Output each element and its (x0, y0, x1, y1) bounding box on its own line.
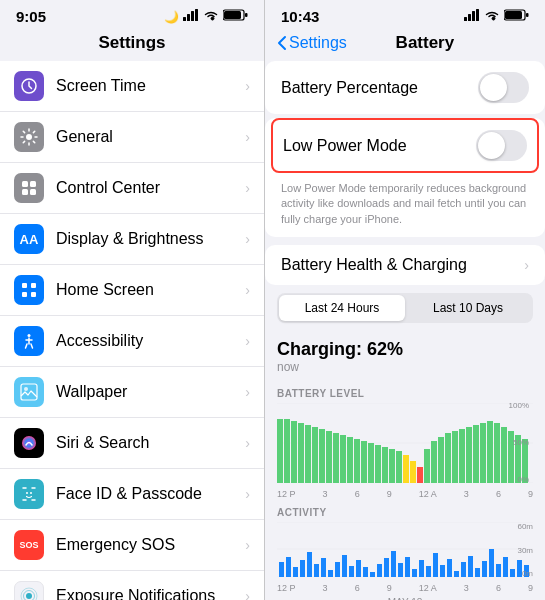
signal-icon (183, 9, 199, 24)
svg-text:0m: 0m (522, 569, 533, 577)
left-status-bar: 9:05 🌙 (0, 0, 264, 29)
svg-rect-40 (284, 419, 290, 483)
sidebar-item-wallpaper[interactable]: Wallpaper › (0, 367, 264, 418)
display-icon: AA (14, 224, 44, 254)
svg-rect-91 (349, 566, 354, 577)
right-wifi-icon (484, 9, 500, 24)
svg-point-8 (26, 134, 32, 140)
battery-level-chart: 100% 50% 0% (277, 403, 533, 483)
svg-rect-49 (347, 437, 353, 483)
right-page-title: Battery (347, 33, 503, 53)
svg-text:60m: 60m (517, 522, 533, 531)
home-screen-chevron: › (245, 282, 250, 298)
back-button[interactable]: Settings (277, 34, 347, 52)
activity-time-labels: 12 P 3 6 9 12 A 3 6 9 (277, 583, 533, 593)
svg-point-22 (30, 492, 32, 494)
battery-level-label: BATTERY LEVEL (277, 388, 533, 399)
svg-rect-62 (438, 437, 444, 483)
svg-rect-60 (424, 449, 430, 483)
battery-level-chart-wrapper: 100% 50% 0% 12 P 3 6 9 12 A 3 6 9 (277, 403, 533, 499)
sidebar-item-sos[interactable]: SOS Emergency SOS › (0, 520, 264, 571)
faceid-icon (14, 479, 44, 509)
svg-rect-35 (526, 13, 529, 17)
sidebar-item-screen-time[interactable]: Screen Time › (0, 61, 264, 112)
low-power-row-inner: Low Power Mode (283, 130, 527, 161)
svg-rect-43 (305, 425, 311, 483)
svg-rect-55 (389, 449, 395, 483)
svg-text:0%: 0% (517, 475, 529, 483)
low-power-highlighted: Low Power Mode (271, 118, 539, 173)
svg-rect-61 (431, 441, 437, 483)
svg-rect-82 (286, 557, 291, 577)
sidebar-item-general[interactable]: General › (0, 112, 264, 163)
svg-rect-47 (333, 433, 339, 483)
svg-rect-41 (291, 421, 297, 483)
sidebar-item-home-screen[interactable]: Home Screen › (0, 265, 264, 316)
right-panel: 10:43 Settings Battery Battery Percentag… (265, 0, 545, 600)
svg-rect-69 (487, 421, 493, 483)
svg-rect-95 (377, 564, 382, 577)
svg-rect-56 (396, 451, 402, 483)
svg-rect-106 (454, 571, 459, 577)
toggle-knob (480, 74, 507, 101)
svg-rect-51 (361, 441, 367, 483)
right-status-icons (464, 9, 529, 24)
sidebar-item-display[interactable]: AA Display & Brightness › (0, 214, 264, 265)
svg-rect-85 (307, 552, 312, 577)
control-center-label: Control Center (56, 179, 245, 197)
svg-rect-90 (342, 555, 347, 577)
svg-rect-63 (445, 433, 451, 483)
tab-bar: Last 24 Hours Last 10 Days (277, 293, 533, 323)
svg-text:50%: 50% (513, 438, 529, 447)
tab-10days[interactable]: Last 10 Days (405, 295, 531, 321)
svg-rect-96 (384, 558, 389, 577)
svg-rect-70 (494, 423, 500, 483)
low-power-description: Low Power Mode temporarily reduces backg… (265, 175, 545, 237)
screen-time-label: Screen Time (56, 77, 245, 95)
siri-label: Siri & Search (56, 434, 245, 452)
tab-24hours[interactable]: Last 24 Hours (279, 295, 405, 321)
svg-rect-34 (505, 11, 522, 19)
sidebar-item-control-center[interactable]: Control Center › (0, 163, 264, 214)
svg-rect-88 (328, 570, 333, 577)
svg-point-17 (28, 334, 31, 337)
exposure-label: Exposure Notifications (56, 587, 245, 600)
svg-rect-81 (279, 562, 284, 577)
svg-rect-45 (319, 429, 325, 483)
low-power-toggle[interactable] (476, 130, 527, 161)
activity-chart: 60m 30m 0m (277, 522, 533, 577)
sidebar-item-exposure[interactable]: Exposure Notifications › (0, 571, 264, 600)
svg-rect-83 (293, 567, 298, 577)
wifi-icon (203, 9, 219, 24)
back-label: Settings (289, 34, 347, 52)
wallpaper-chevron: › (245, 384, 250, 400)
sidebar-item-accessibility[interactable]: Accessibility › (0, 316, 264, 367)
left-status-icons: 🌙 (164, 9, 248, 24)
svg-rect-29 (464, 17, 467, 21)
accessibility-icon (14, 326, 44, 356)
svg-rect-54 (382, 447, 388, 483)
svg-rect-101 (419, 560, 424, 577)
left-panel: 9:05 🌙 Settings Screen Time › (0, 0, 265, 600)
svg-rect-48 (340, 435, 346, 483)
svg-rect-6 (245, 13, 248, 17)
activity-chart-wrapper: 60m 30m 0m 12 P 3 6 9 12 A 3 6 9 MAY 18 (277, 522, 533, 600)
svg-rect-98 (398, 563, 403, 577)
sidebar-item-siri[interactable]: Siri & Search › (0, 418, 264, 469)
svg-rect-13 (22, 283, 27, 288)
sidebar-item-faceid[interactable]: Face ID & Passcode › (0, 469, 264, 520)
svg-rect-44 (312, 427, 318, 483)
battery-health-row[interactable]: Battery Health & Charging › (265, 245, 545, 285)
svg-rect-39 (277, 419, 283, 483)
svg-point-21 (26, 492, 28, 494)
activity-label: ACTIVITY (277, 507, 533, 518)
right-time: 10:43 (281, 8, 319, 25)
left-nav-title: Settings (0, 29, 264, 61)
svg-rect-89 (335, 562, 340, 577)
accessibility-chevron: › (245, 333, 250, 349)
svg-rect-12 (30, 189, 36, 195)
battery-percentage-toggle[interactable] (478, 72, 529, 103)
svg-rect-100 (412, 569, 417, 577)
svg-rect-11 (22, 189, 28, 195)
battery-percentage-label: Battery Percentage (281, 79, 478, 97)
